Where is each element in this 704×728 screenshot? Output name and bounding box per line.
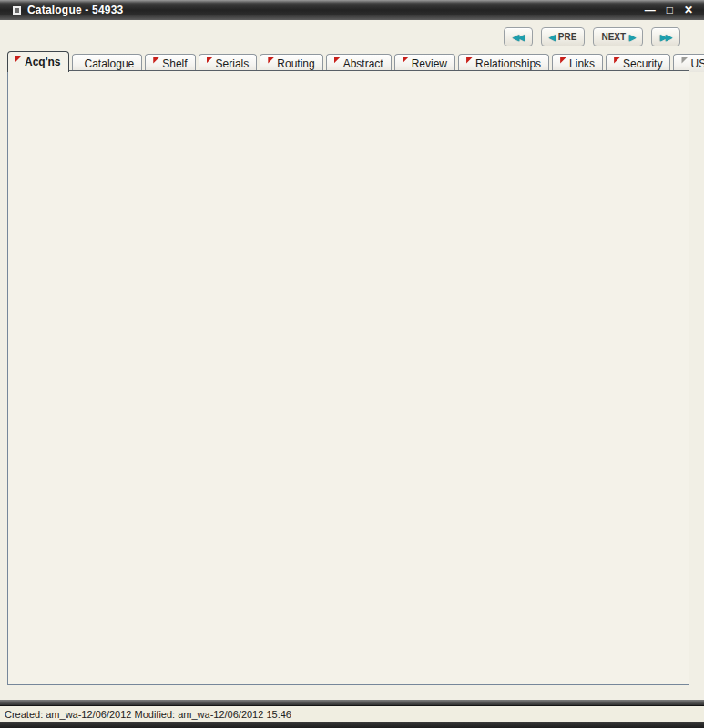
tab-label: Routing xyxy=(277,57,314,70)
tab-label: Catalogue xyxy=(85,57,135,70)
title-bar: Catalogue - 54933 — □ ✕ xyxy=(0,0,704,20)
tab-acqns[interactable]: Acq'ns xyxy=(7,51,69,72)
tab-usmarc[interactable]: USMARC xyxy=(673,54,704,72)
maximize-button[interactable]: □ xyxy=(667,0,673,20)
tab-label: Review xyxy=(412,57,447,70)
first-record-button[interactable]: ◀◀ xyxy=(504,27,533,46)
tab-catalogue[interactable]: Catalogue xyxy=(72,54,143,72)
next-record-button[interactable]: NEXT ▶ xyxy=(593,27,643,46)
flag-icon xyxy=(207,57,213,64)
window-title: Catalogue - 54933 xyxy=(27,4,123,16)
tab-label: Relationships xyxy=(475,57,541,70)
status-bar: Created: am_wa-12/06/2012 Modified: am_w… xyxy=(0,705,704,722)
flag-icon xyxy=(560,57,566,64)
window-icon xyxy=(13,6,21,15)
tab-serials[interactable]: Serials xyxy=(199,54,258,72)
window-footer-edge xyxy=(0,722,704,728)
catalogue-window: Catalogue - 54933 — □ ✕ ◀◀ ◀ PRE NEXT ▶ … xyxy=(0,0,704,728)
close-button[interactable]: ✕ xyxy=(684,0,693,20)
tab-label: Shelf xyxy=(162,57,187,70)
tab-label: Serials xyxy=(216,57,250,70)
window-controls: — □ ✕ xyxy=(645,0,704,20)
flag-icon xyxy=(614,57,620,64)
previous-record-label: PRE xyxy=(558,32,577,42)
next-record-label: NEXT xyxy=(601,32,626,42)
tab-label: Security xyxy=(623,57,662,70)
flag-icon xyxy=(153,57,159,64)
tab-routing[interactable]: Routing xyxy=(260,54,322,72)
acqns-panel xyxy=(7,70,689,685)
flag-icon xyxy=(15,56,22,62)
record-audit-text: Created: am_wa-12/06/2012 Modified: am_w… xyxy=(0,709,291,720)
flag-icon xyxy=(268,57,274,64)
tab-label: Abstract xyxy=(343,57,383,70)
flag-icon xyxy=(466,57,473,64)
tab-strip: Acq'ns Catalogue Shelf Serials Routing A… xyxy=(7,51,704,72)
flag-icon xyxy=(681,57,688,64)
tab-review[interactable]: Review xyxy=(394,54,455,72)
tab-security[interactable]: Security xyxy=(606,54,670,72)
flag-icon xyxy=(403,57,409,64)
tab-shelf[interactable]: Shelf xyxy=(145,54,195,72)
tab-relationships[interactable]: Relationships xyxy=(458,54,549,72)
double-chevron-left-icon: ◀◀ xyxy=(513,33,524,42)
tab-label: USMARC xyxy=(690,57,704,70)
last-record-button[interactable]: ▶▶ xyxy=(651,27,680,46)
record-nav: ◀◀ ◀ PRE NEXT ▶ ▶▶ xyxy=(504,27,680,46)
minimize-button[interactable]: — xyxy=(645,0,656,20)
tab-links[interactable]: Links xyxy=(552,54,603,72)
flag-icon xyxy=(334,57,341,64)
previous-record-button[interactable]: ◀ PRE xyxy=(541,27,585,46)
tab-label: Acq'ns xyxy=(25,56,61,68)
chevron-right-icon: ▶ xyxy=(629,33,635,42)
chevron-left-icon: ◀ xyxy=(549,33,555,42)
tab-abstract[interactable]: Abstract xyxy=(326,54,392,72)
double-chevron-right-icon: ▶▶ xyxy=(660,33,671,42)
tab-label: Links xyxy=(569,57,595,70)
